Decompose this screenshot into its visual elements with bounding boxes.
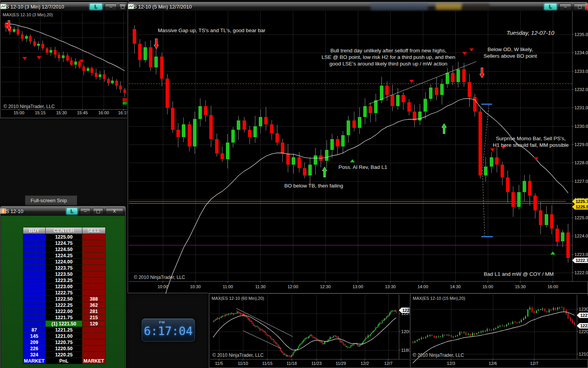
dom-buy-cell[interactable]: 226 <box>23 346 46 352</box>
price-axis-label: 1230.00 <box>574 124 588 129</box>
dom-buy-cell[interactable] <box>23 259 46 265</box>
close-button[interactable] <box>585 3 588 10</box>
time-axis-label: 11/10 <box>238 361 248 366</box>
dom-sell-cell[interactable] <box>82 346 106 352</box>
dom-buy-cell[interactable] <box>23 321 46 327</box>
indicator-label: MAX(ES 12-10 (60 Min),20) <box>212 296 264 301</box>
dom-sell-cell[interactable] <box>82 259 106 265</box>
chart-3min-canvas[interactable]: 15:0015:1515:3015:4516:0016:15© 2010 Nin… <box>0 11 129 119</box>
link-button[interactable]: L <box>544 3 557 10</box>
window-dom[interactable]: ES 12-10 L – ▢ X BUYCENTERSELL1225.00122… <box>0 206 126 368</box>
dom-sell-cell[interactable] <box>82 246 106 253</box>
dom-sell-cell[interactable] <box>82 234 106 240</box>
dom-buy-cell[interactable] <box>23 234 46 240</box>
dom-price-cell: 1224.00 <box>46 259 82 265</box>
dom-sell-cell[interactable] <box>82 277 106 284</box>
dom-buy-cell[interactable] <box>23 253 46 259</box>
time-axis-label: 11:00 <box>223 284 233 289</box>
price-axis-label: 1229.00 <box>574 142 588 147</box>
link-button[interactable]: L <box>89 3 103 10</box>
dom-price-cell: 1222.25 <box>46 302 82 308</box>
indicator-label: MAX(ES 12-10 (3 Min),20) <box>3 12 53 17</box>
dom-buy-cell[interactable] <box>23 277 46 284</box>
price-axis-label: 1223.00 <box>574 252 588 257</box>
dom-buy-cell[interactable] <box>23 296 46 302</box>
dom-sell-cell[interactable]: 362 <box>82 302 106 308</box>
dom-market-button[interactable]: MARKET <box>82 358 106 364</box>
dom-row: 1451221.00 <box>23 333 106 339</box>
close-button[interactable]: X <box>106 208 123 215</box>
dom-sell-cell[interactable] <box>82 352 106 358</box>
minimize-button[interactable]: – <box>559 3 571 10</box>
minimize-button[interactable]: – <box>105 3 117 10</box>
dom-buy-cell[interactable]: 87 <box>23 327 46 333</box>
dom-pnl-cell: PnL <box>46 358 82 364</box>
price-axis-label: 1228.00 <box>574 160 588 165</box>
window-chart-main[interactable]: ES 12-10 (5 Min) 12/7/2010 L – ▢ 1235.00… <box>128 2 588 293</box>
dom-header-center: CENTER <box>46 227 82 234</box>
dom-price-cell: 1220.75 <box>46 339 82 346</box>
time-axis-label: 12:30 <box>320 284 331 289</box>
minimize-button[interactable]: – <box>80 208 91 215</box>
window-chart-3min[interactable]: ES 12-10 (3 Min) 12/7/2010 L – ▢ 15:0015… <box>0 2 128 118</box>
chart-main-canvas[interactable]: 1235.001234.001233.001232.001231.001230.… <box>128 11 588 294</box>
chart-main-title: ES 12-10 (5 Min) 12/7/2010 <box>130 4 192 10</box>
maximize-button[interactable]: ▢ <box>574 3 586 10</box>
chart-3min-titlebar[interactable]: ES 12-10 (3 Min) 12/7/2010 L – ▢ <box>0 2 128 11</box>
dom-sell-cell[interactable] <box>82 253 106 259</box>
dom-sell-cell[interactable] <box>82 271 106 277</box>
dom-row: 1223.50 <box>23 271 106 277</box>
dom-buy-cell[interactable] <box>23 315 46 321</box>
time-axis-label: 10:30 <box>190 284 201 289</box>
dom-buy-cell[interactable] <box>23 308 46 315</box>
chart-60min-canvas[interactable]: 1220.001200.001180.0011/511/1011/1511/18… <box>209 294 410 368</box>
price-tag-label: 1222.75 <box>576 258 588 263</box>
dom-row: 1222.75 <box>23 290 106 296</box>
maximize-button[interactable]: ▢ <box>93 208 103 215</box>
dom-buy-cell[interactable]: 209 <box>23 339 46 346</box>
price-axis-label: 1210.00 <box>579 352 588 356</box>
dom-buy-cell[interactable] <box>23 246 46 253</box>
link-button[interactable]: L <box>66 208 78 215</box>
chart-15min-canvas[interactable]: 1230.001220.001210.0012/312/612/71227.25… <box>410 294 588 368</box>
dom-buy-cell[interactable] <box>23 240 46 246</box>
dom-price-cell: 1224.75 <box>46 240 82 246</box>
window-chart-60min[interactable]: 1220.001200.001180.0011/511/1011/1511/18… <box>209 293 410 368</box>
chart-annotation: Tuesday, 12-07-10 <box>506 29 554 36</box>
dom-sell-cell[interactable]: 281 <box>82 308 106 315</box>
dom-sell-cell[interactable] <box>82 265 106 271</box>
chart-main-titlebar[interactable]: ES 12-10 (5 Min) 12/7/2010 L – ▢ <box>128 2 588 11</box>
dom-buy-cell[interactable] <box>23 271 46 277</box>
dom-sell-cell[interactable] <box>82 333 106 339</box>
dom-row: (1) 1221.50129 <box>23 321 106 327</box>
dom-sell-cell[interactable] <box>82 290 106 296</box>
dom-price-cell: 1225.00 <box>46 234 82 240</box>
dom-sell-cell[interactable] <box>82 284 106 290</box>
dom-sell-cell[interactable] <box>82 339 106 346</box>
dom-titlebar[interactable]: ES 12-10 L – ▢ X <box>0 206 125 216</box>
dom-row: 1222.50388 <box>23 296 106 302</box>
dom-sell-cell[interactable] <box>82 240 106 246</box>
dom-buy-cell[interactable] <box>23 284 46 290</box>
dom-buy-cell[interactable] <box>23 302 46 308</box>
window-chart-15min[interactable]: 1230.001220.001210.0012/312/612/71227.25… <box>410 293 588 368</box>
dom-price-ladder[interactable]: BUYCENTERSELL1225.001224.751224.501224.2… <box>23 227 106 364</box>
dom-buy-cell[interactable] <box>23 290 46 296</box>
chart-annotation: Below OD, W likely, <box>487 46 533 52</box>
dom-buy-cell[interactable]: 324 <box>23 352 46 358</box>
dom-sell-cell[interactable] <box>82 327 106 333</box>
dom-sell-cell[interactable]: 215 <box>82 315 106 321</box>
dom-market-button[interactable]: MARKET <box>23 358 46 364</box>
clock-gadget[interactable]: PM 6:17:04 <box>142 318 195 342</box>
dom-sell-cell[interactable]: 388 <box>82 296 106 302</box>
maximize-button[interactable]: ▢ <box>119 3 126 10</box>
dom-buy-cell[interactable] <box>23 265 46 271</box>
price-tag-label: 1222.75 <box>580 323 588 328</box>
dom-sell-cell[interactable]: 129 <box>82 321 106 327</box>
chart-3min-title: ES 12-10 (3 Min) 12/7/2010 <box>2 4 64 10</box>
dom-row: 1222.25362 <box>23 302 106 308</box>
dom-row: 1224.25 <box>23 253 106 259</box>
chart-annotation: good LSE's around likely third push up /… <box>330 61 448 67</box>
dom-buy-cell[interactable]: 145 <box>23 333 46 339</box>
dom-row: 2261220.50 <box>23 346 106 352</box>
